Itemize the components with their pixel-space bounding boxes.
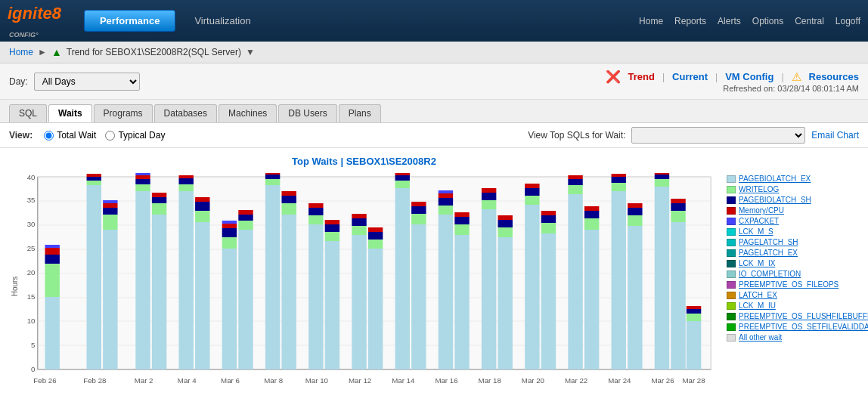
legend-item-12[interactable]: LCK_M_IU	[727, 301, 859, 310]
legend-item-14[interactable]: PREEMPTIVE_OS_SETFILEVALIDDATA	[727, 323, 859, 331]
legend-label-0[interactable]: PAGEBIOLATCH_EX	[739, 175, 811, 183]
svg-rect-21	[45, 297, 59, 369]
legend-item-2[interactable]: PAGEBIOLATCH_SH	[727, 196, 859, 204]
legend-label-12[interactable]: LCK_M_IU	[739, 301, 776, 310]
legend-label-15[interactable]: All other wait	[739, 333, 782, 342]
radio-total-wait[interactable]: Total Wait	[44, 130, 96, 141]
svg-rect-89	[411, 224, 426, 369]
svg-rect-43	[152, 193, 166, 197]
legend-item-1[interactable]: WRITELOG	[727, 185, 859, 193]
legend-item-0[interactable]: PAGEBIOLATCH_EX	[727, 175, 859, 183]
svg-rect-42	[152, 197, 166, 203]
radio-typical-day[interactable]: Typical Day	[105, 130, 165, 141]
legend-label-1[interactable]: WRITELOG	[739, 185, 779, 193]
sql-wait-select[interactable]	[631, 127, 805, 144]
breadcrumb-home-link[interactable]: Home	[9, 47, 33, 57]
radio-total-wait-input[interactable]	[44, 131, 54, 141]
legend-item-3[interactable]: Memory/CPU	[727, 206, 859, 215]
legend-item-15[interactable]: All other wait	[727, 333, 859, 342]
trend-link[interactable]: Trend	[628, 71, 655, 82]
legend-item-6[interactable]: PAGELATCH_SH	[727, 238, 859, 246]
legend-label-6[interactable]: PAGELATCH_SH	[739, 238, 798, 246]
legend-label-8[interactable]: LCK_M_IX	[739, 259, 775, 267]
legend-item-5[interactable]: LCK_M_S	[727, 227, 859, 236]
svg-rect-52	[222, 249, 237, 369]
header-logoff-link[interactable]: Logoff	[835, 16, 860, 26]
svg-rect-37	[135, 179, 150, 184]
svg-rect-47	[178, 175, 193, 178]
nav-virtualization-link[interactable]: Virtualization	[194, 15, 250, 26]
current-link[interactable]: Current	[672, 71, 708, 82]
svg-text:Mar 16: Mar 16	[435, 377, 457, 385]
legend-label-9[interactable]: IO_COMPLETION	[739, 270, 801, 278]
legend-label-10[interactable]: PREEMPTIVE_OS_FILEOPS	[739, 280, 839, 289]
svg-rect-26	[87, 185, 101, 369]
header-home-link[interactable]: Home	[639, 16, 663, 26]
svg-rect-95	[439, 198, 453, 206]
nav-performance-button[interactable]: Performance	[84, 10, 175, 32]
legend-item-10[interactable]: PREEMPTIVE_OS_FILEOPS	[727, 280, 859, 289]
legend-label-7[interactable]: PAGELATCH_EX	[739, 249, 798, 257]
svg-rect-98	[454, 235, 469, 369]
svg-rect-41	[152, 203, 166, 215]
legend-label-5[interactable]: LCK_M_S	[739, 227, 773, 236]
legend-item-4[interactable]: CXPACKET	[727, 217, 859, 225]
svg-rect-59	[238, 215, 253, 221]
legend-item-11[interactable]: LATCH_EX	[727, 291, 859, 299]
email-chart-link[interactable]: Email Chart	[811, 130, 859, 141]
svg-text:Mar 18: Mar 18	[479, 377, 501, 385]
svg-rect-121	[568, 175, 582, 179]
legend-item-7[interactable]: PAGELATCH_EX	[727, 249, 859, 257]
svg-text:Mar 28: Mar 28	[682, 377, 705, 385]
header-options-link[interactable]: Options	[752, 16, 783, 26]
tab-waits[interactable]: Waits	[48, 104, 92, 122]
chart-separator: |	[340, 156, 346, 167]
legend-label-4[interactable]: CXPACKET	[739, 217, 779, 225]
svg-text:Mar 6: Mar 6	[221, 377, 240, 385]
tab-programs[interactable]: Programs	[94, 104, 153, 122]
legend-label-13[interactable]: PREEMPTIVE_OS_FLUSHFILEBUFFERS	[739, 312, 868, 320]
svg-rect-57	[238, 230, 253, 369]
svg-text:Mar 12: Mar 12	[349, 377, 371, 385]
legend-label-11[interactable]: LATCH_EX	[739, 291, 777, 299]
resources-link[interactable]: Resources	[809, 71, 859, 82]
legend-color-11	[727, 292, 736, 299]
svg-rect-94	[439, 206, 453, 215]
svg-rect-34	[103, 200, 117, 203]
header-central-link[interactable]: Central	[795, 16, 824, 26]
tab-plans[interactable]: Plans	[339, 104, 381, 122]
svg-rect-23	[45, 255, 59, 264]
day-select[interactable]: All DaysMondayTuesdayWednesdayThursdayFr…	[34, 73, 140, 91]
header-alerts-link[interactable]: Alerts	[718, 16, 741, 26]
radio-typical-day-input[interactable]	[105, 131, 115, 141]
svg-text:10: 10	[27, 317, 36, 325]
legend-color-15	[727, 334, 736, 342]
breadcrumb: Home ► ▲ Trend for SEBOX1\SE2008R2(SQL S…	[0, 42, 868, 63]
tab-sql[interactable]: SQL	[9, 104, 47, 122]
svg-rect-134	[655, 187, 669, 369]
svg-rect-25	[45, 245, 59, 248]
legend-label-3[interactable]: Memory/CPU	[739, 206, 784, 215]
legend-item-13[interactable]: PREEMPTIVE_OS_FLUSHFILEBUFFERS	[727, 312, 859, 320]
svg-rect-99	[454, 224, 469, 235]
svg-rect-51	[195, 197, 209, 202]
legend-item-8[interactable]: LCK_M_IX	[727, 259, 859, 267]
svg-rect-32	[103, 208, 117, 215]
svg-text:Mar 26: Mar 26	[651, 377, 674, 385]
svg-rect-73	[325, 241, 339, 369]
svg-rect-29	[87, 174, 101, 177]
legend-item-9[interactable]: IO_COMPLETION	[727, 270, 859, 278]
legend-label-2[interactable]: PAGEBIOLATCH_SH	[739, 196, 811, 204]
svg-rect-40	[152, 215, 166, 369]
legend-label-14[interactable]: PREEMPTIVE_OS_SETFILEVALIDDATA	[739, 323, 868, 331]
svg-rect-104	[482, 193, 496, 200]
vmconfig-link[interactable]: VM Config	[725, 71, 773, 82]
tab-machines[interactable]: Machines	[219, 104, 277, 122]
tab-dbusers[interactable]: DB Users	[278, 104, 336, 122]
header-reports-link[interactable]: Reports	[674, 16, 706, 26]
svg-rect-36	[135, 184, 150, 191]
tab-databases[interactable]: Databases	[154, 104, 217, 122]
breadcrumb-dropdown[interactable]: ▼	[246, 47, 255, 57]
svg-rect-70	[308, 215, 323, 224]
svg-text:Feb 26: Feb 26	[33, 377, 56, 385]
